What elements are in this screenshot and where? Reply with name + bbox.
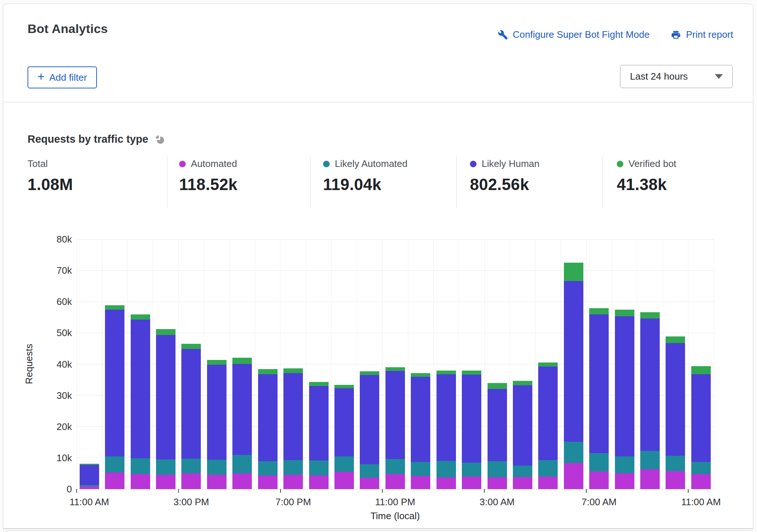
bar-segment-automated[interactable] [615, 473, 634, 489]
bar-segment-automated[interactable] [640, 469, 660, 489]
bar-segment-likely-human[interactable] [105, 310, 124, 456]
bar-segment-likely-human[interactable] [80, 465, 99, 485]
bar-segment-likely-human[interactable] [411, 377, 430, 462]
bar-segment-automated[interactable] [283, 475, 303, 489]
bar-segment-verified-bot[interactable] [181, 344, 201, 349]
bar-segment-likely-human[interactable] [437, 374, 456, 461]
bar-segment-likely-automated[interactable] [131, 458, 150, 474]
bar-segment-likely-human[interactable] [666, 343, 685, 456]
bar-segment-likely-human[interactable] [385, 371, 405, 459]
bar-segment-verified-bot[interactable] [232, 358, 252, 364]
bar-segment-automated[interactable] [131, 474, 150, 489]
bar-segment-likely-human[interactable] [283, 373, 303, 460]
bar-segment-likely-automated[interactable] [411, 462, 430, 476]
bar-segment-likely-automated[interactable] [564, 442, 583, 463]
bar-segment-likely-automated[interactable] [283, 460, 303, 475]
bar-segment-likely-human[interactable] [564, 281, 583, 442]
bar-segment-automated[interactable] [309, 475, 329, 489]
add-filter-button[interactable]: + Add filter [28, 66, 97, 88]
bar-segment-automated[interactable] [488, 477, 507, 489]
bar-segment-verified-bot[interactable] [411, 373, 430, 377]
bar-segment-likely-human[interactable] [615, 316, 634, 456]
bar-segment-verified-bot[interactable] [360, 371, 379, 375]
bar-segment-verified-bot[interactable] [538, 362, 558, 367]
bar-segment-automated[interactable] [538, 477, 558, 489]
bar-segment-likely-automated[interactable] [156, 459, 175, 475]
bar-segment-verified-bot[interactable] [334, 385, 354, 388]
bar-segment-automated[interactable] [334, 472, 354, 489]
bar-segment-verified-bot[interactable] [131, 314, 150, 320]
bar-segment-automated[interactable] [232, 473, 252, 489]
stat-verified-bot[interactable]: Verified bot 41.38k [617, 158, 676, 194]
bar-segment-likely-human[interactable] [334, 388, 354, 456]
bar-segment-verified-bot[interactable] [462, 371, 481, 374]
bar-segment-likely-human[interactable] [156, 335, 175, 459]
bar-segment-likely-automated[interactable] [666, 456, 685, 471]
stat-likely-automated[interactable]: Likely Automated 119.04k [323, 158, 408, 194]
bar-segment-verified-bot[interactable] [207, 360, 227, 365]
bar-segment-likely-human[interactable] [131, 320, 150, 458]
bar-segment-automated[interactable] [564, 463, 583, 489]
bar-segment-likely-human[interactable] [181, 349, 201, 459]
bar-segment-automated[interactable] [691, 474, 711, 489]
bar-segment-verified-bot[interactable] [640, 312, 660, 318]
bar-segment-likely-human[interactable] [513, 385, 532, 466]
bar-segment-automated[interactable] [80, 487, 99, 489]
bar-segment-likely-human[interactable] [207, 365, 227, 460]
bar-segment-likely-automated[interactable] [105, 456, 124, 473]
bar-segment-likely-automated[interactable] [232, 455, 252, 473]
bar-segment-automated[interactable] [156, 475, 175, 489]
bar-segment-verified-bot[interactable] [691, 366, 711, 374]
bar-segment-likely-automated[interactable] [488, 461, 507, 477]
bar-segment-likely-human[interactable] [462, 375, 481, 463]
bar-segment-verified-bot[interactable] [283, 368, 303, 374]
print-report-link[interactable]: Print report [671, 29, 733, 40]
bar-segment-likely-human[interactable] [309, 386, 329, 460]
bar-segment-automated[interactable] [437, 477, 456, 489]
bar-segment-automated[interactable] [462, 477, 481, 489]
bar-segment-likely-human[interactable] [488, 389, 507, 461]
bar-segment-likely-automated[interactable] [640, 451, 660, 469]
bar-segment-automated[interactable] [360, 478, 379, 489]
bar-segment-likely-automated[interactable] [181, 459, 201, 474]
bar-segment-automated[interactable] [411, 476, 430, 489]
bar-segment-likely-automated[interactable] [80, 485, 99, 487]
bar-segment-verified-bot[interactable] [80, 464, 99, 465]
bar-segment-likely-human[interactable] [360, 375, 379, 464]
bar-segment-automated[interactable] [385, 474, 405, 489]
bar-segment-automated[interactable] [513, 477, 532, 489]
bar-segment-automated[interactable] [105, 473, 124, 489]
bar-segment-likely-automated[interactable] [462, 463, 481, 477]
bar-segment-likely-human[interactable] [538, 367, 558, 460]
bar-segment-likely-automated[interactable] [691, 462, 711, 474]
bar-segment-likely-automated[interactable] [360, 464, 379, 478]
bar-segment-likely-human[interactable] [589, 314, 609, 453]
stat-likely-human[interactable]: Likely Human 802.56k [470, 158, 540, 194]
bar-segment-automated[interactable] [589, 471, 609, 489]
bar-segment-likely-human[interactable] [258, 374, 278, 461]
bar-segment-likely-automated[interactable] [334, 456, 354, 472]
bar-segment-automated[interactable] [181, 473, 201, 489]
bar-segment-verified-bot[interactable] [385, 367, 405, 371]
bar-segment-verified-bot[interactable] [309, 382, 329, 386]
bar-segment-likely-automated[interactable] [513, 466, 532, 477]
bar-segment-verified-bot[interactable] [156, 329, 175, 335]
bar-segment-automated[interactable] [258, 475, 278, 489]
bar-segment-likely-human[interactable] [640, 318, 660, 451]
bar-segment-likely-automated[interactable] [538, 460, 558, 477]
bar-segment-verified-bot[interactable] [564, 263, 583, 281]
bar-segment-verified-bot[interactable] [513, 381, 532, 386]
bar-segment-likely-automated[interactable] [589, 453, 609, 471]
bar-segment-likely-automated[interactable] [258, 461, 278, 475]
bar-segment-likely-automated[interactable] [309, 460, 329, 476]
bar-segment-likely-human[interactable] [691, 374, 711, 462]
bar-segment-automated[interactable] [207, 475, 227, 489]
bar-segment-likely-automated[interactable] [207, 460, 227, 475]
bar-segment-verified-bot[interactable] [666, 336, 685, 343]
bar-segment-verified-bot[interactable] [488, 383, 507, 389]
time-range-select[interactable]: Last 24 hours [620, 65, 733, 88]
bar-segment-automated[interactable] [666, 471, 685, 489]
bar-segment-likely-automated[interactable] [437, 461, 456, 477]
bar-segment-verified-bot[interactable] [258, 369, 278, 374]
configure-super-bot-fight-mode-link[interactable]: Configure Super Bot Fight Mode [498, 29, 650, 40]
